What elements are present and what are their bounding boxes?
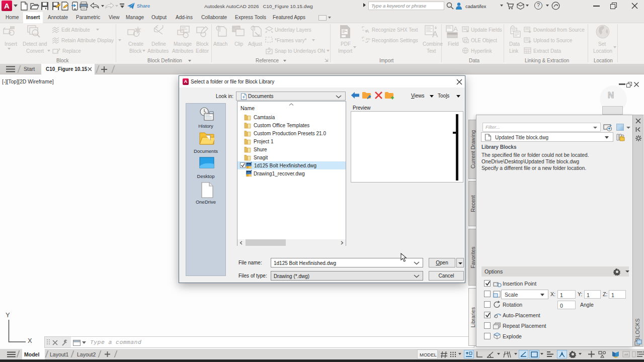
svg-text:A: A — [432, 30, 438, 39]
svg-text:Y: Y — [6, 311, 10, 319]
svg-text:PDF: PDF — [366, 38, 370, 41]
svg-text:A: A — [366, 29, 369, 33]
svg-text:A: A — [453, 25, 458, 33]
svg-text:X: X — [28, 337, 32, 344]
